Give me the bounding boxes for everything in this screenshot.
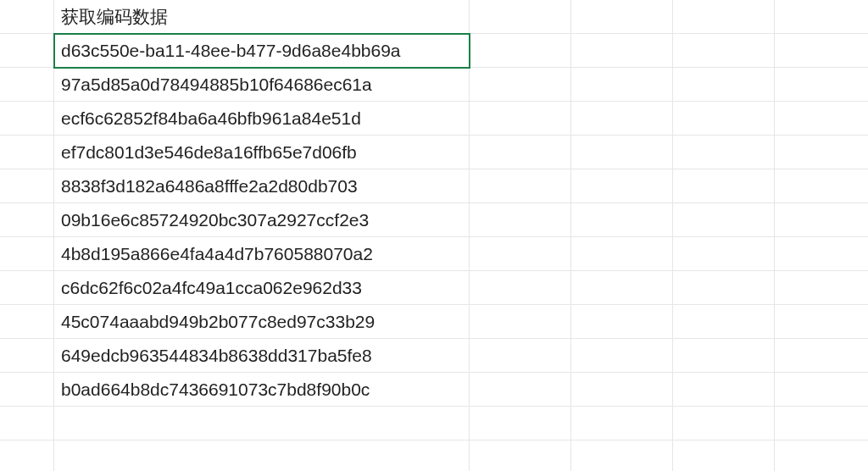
cell-A11[interactable] bbox=[0, 339, 54, 373]
cell-D9[interactable] bbox=[571, 271, 673, 305]
cell-F8[interactable] bbox=[775, 237, 868, 271]
cell-F9[interactable] bbox=[775, 271, 868, 305]
cell-D4[interactable] bbox=[571, 102, 673, 136]
cell-D6[interactable] bbox=[571, 169, 673, 203]
cell-F13[interactable] bbox=[775, 407, 868, 441]
cell-A10[interactable] bbox=[0, 305, 54, 339]
cell-F11[interactable] bbox=[775, 339, 868, 373]
cell-A2[interactable] bbox=[0, 34, 54, 68]
cell-C11[interactable] bbox=[470, 339, 571, 373]
cell-E7[interactable] bbox=[673, 203, 775, 237]
cell-C12[interactable] bbox=[470, 373, 571, 407]
cell-F14[interactable] bbox=[775, 441, 868, 471]
cell-E5[interactable] bbox=[673, 136, 775, 169]
cell-F6[interactable] bbox=[775, 169, 868, 203]
cell-D1[interactable] bbox=[571, 0, 673, 34]
cell-C9[interactable] bbox=[470, 271, 571, 305]
cell-C4[interactable] bbox=[470, 102, 571, 136]
cell-E12[interactable] bbox=[673, 373, 775, 407]
cell-E3[interactable] bbox=[673, 68, 775, 102]
spreadsheet-grid[interactable]: 获取编码数据 d63c550e-ba11-48ee-b477-9d6a8e4bb… bbox=[0, 0, 868, 471]
cell-F7[interactable] bbox=[775, 203, 868, 237]
cell-D10[interactable] bbox=[571, 305, 673, 339]
cell-F1[interactable] bbox=[775, 0, 868, 34]
cell-F5[interactable] bbox=[775, 136, 868, 169]
cell-B12[interactable]: b0ad664b8dc7436691073c7bd8f90b0c bbox=[54, 373, 470, 407]
cell-E6[interactable] bbox=[673, 169, 775, 203]
cell-C7[interactable] bbox=[470, 203, 571, 237]
cell-A6[interactable] bbox=[0, 169, 54, 203]
cell-A5[interactable] bbox=[0, 136, 54, 169]
cell-B13[interactable] bbox=[54, 407, 470, 441]
cell-C5[interactable] bbox=[470, 136, 571, 169]
cell-E1[interactable] bbox=[673, 0, 775, 34]
cell-F3[interactable] bbox=[775, 68, 868, 102]
cell-B8[interactable]: 4b8d195a866e4fa4a4d7b760588070a2 bbox=[54, 237, 470, 271]
cell-C13[interactable] bbox=[470, 407, 571, 441]
cell-E14[interactable] bbox=[673, 441, 775, 471]
cell-C1[interactable] bbox=[470, 0, 571, 34]
cell-C8[interactable] bbox=[470, 237, 571, 271]
cell-D12[interactable] bbox=[571, 373, 673, 407]
cell-E11[interactable] bbox=[673, 339, 775, 373]
cell-B5[interactable]: ef7dc801d3e546de8a16ffb65e7d06fb bbox=[54, 136, 470, 169]
cell-B1[interactable]: 获取编码数据 bbox=[54, 0, 470, 34]
cell-D13[interactable] bbox=[571, 407, 673, 441]
cell-E13[interactable] bbox=[673, 407, 775, 441]
cell-A9[interactable] bbox=[0, 271, 54, 305]
cell-B2[interactable]: d63c550e-ba11-48ee-b477-9d6a8e4bb69a bbox=[54, 34, 470, 68]
cell-C2[interactable] bbox=[470, 34, 571, 68]
cell-A7[interactable] bbox=[0, 203, 54, 237]
cell-A13[interactable] bbox=[0, 407, 54, 441]
cell-F10[interactable] bbox=[775, 305, 868, 339]
cell-D14[interactable] bbox=[571, 441, 673, 471]
cell-B11[interactable]: 649edcb963544834b8638dd317ba5fe8 bbox=[54, 339, 470, 373]
cell-E10[interactable] bbox=[673, 305, 775, 339]
cell-D11[interactable] bbox=[571, 339, 673, 373]
cell-F2[interactable] bbox=[775, 34, 868, 68]
cell-A14[interactable] bbox=[0, 441, 54, 471]
cell-A8[interactable] bbox=[0, 237, 54, 271]
cell-C10[interactable] bbox=[470, 305, 571, 339]
cell-B3[interactable]: 97a5d85a0d78494885b10f64686ec61a bbox=[54, 68, 470, 102]
cell-D2[interactable] bbox=[571, 34, 673, 68]
cell-D3[interactable] bbox=[571, 68, 673, 102]
cell-A4[interactable] bbox=[0, 102, 54, 136]
cell-F4[interactable] bbox=[775, 102, 868, 136]
cell-A3[interactable] bbox=[0, 68, 54, 102]
cell-C6[interactable] bbox=[470, 169, 571, 203]
cell-A1[interactable] bbox=[0, 0, 54, 34]
cell-D7[interactable] bbox=[571, 203, 673, 237]
cell-B6[interactable]: 8838f3d182a6486a8fffe2a2d80db703 bbox=[54, 169, 470, 203]
cell-B4[interactable]: ecf6c62852f84ba6a46bfb961a84e51d bbox=[54, 102, 470, 136]
cell-B14[interactable] bbox=[54, 441, 470, 471]
cell-B10[interactable]: 45c074aaabd949b2b077c8ed97c33b29 bbox=[54, 305, 470, 339]
cell-A12[interactable] bbox=[0, 373, 54, 407]
cell-B7[interactable]: 09b16e6c85724920bc307a2927ccf2e3 bbox=[54, 203, 470, 237]
cell-C14[interactable] bbox=[470, 441, 571, 471]
cell-F12[interactable] bbox=[775, 373, 868, 407]
cell-E9[interactable] bbox=[673, 271, 775, 305]
cell-E2[interactable] bbox=[673, 34, 775, 68]
cell-E8[interactable] bbox=[673, 237, 775, 271]
cell-D8[interactable] bbox=[571, 237, 673, 271]
cell-E4[interactable] bbox=[673, 102, 775, 136]
cell-D5[interactable] bbox=[571, 136, 673, 169]
cell-B9[interactable]: c6dc62f6c02a4fc49a1cca062e962d33 bbox=[54, 271, 470, 305]
cell-C3[interactable] bbox=[470, 68, 571, 102]
